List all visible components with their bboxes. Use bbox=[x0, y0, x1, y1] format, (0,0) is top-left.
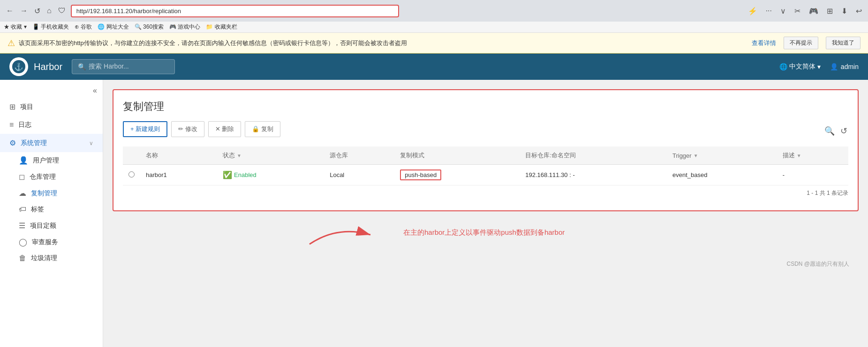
ok-button[interactable]: 我知道了 bbox=[826, 37, 860, 49]
row-status-cell: ✅ Enabled bbox=[217, 165, 324, 185]
search-table-button[interactable]: 🔍 bbox=[823, 125, 836, 137]
chevron-down-icon: ∨ bbox=[89, 140, 93, 147]
sidebar-item-garbage-cleanup[interactable]: 🗑 垃圾清理 bbox=[9, 250, 103, 266]
dismiss-button[interactable]: 不再提示 bbox=[784, 37, 818, 49]
bookmark-google[interactable]: ⊕ 谷歌 bbox=[75, 23, 92, 31]
nav-home-button[interactable]: ⌂ bbox=[45, 6, 54, 16]
sidebar-item-inner: ⚙ 系统管理 bbox=[9, 139, 47, 147]
sidebar-item-user-mgmt[interactable]: 👤 用户管理 bbox=[9, 152, 103, 169]
name-filter[interactable]: 名称 bbox=[146, 151, 158, 160]
app-header: Harbor 🔍 搜索 Harbor... 🌐 中文简体 ▾ 👤 admin bbox=[0, 54, 868, 80]
nav-refresh-button[interactable]: ↺ bbox=[32, 6, 43, 16]
nav-shield-button[interactable]: 🛡 bbox=[56, 6, 68, 16]
bookmark-mobile[interactable]: 📱 手机收藏夹 bbox=[32, 23, 69, 31]
search-bar[interactable]: 🔍 搜索 Harbor... bbox=[72, 59, 175, 74]
replication-icon: ☁ bbox=[19, 189, 26, 198]
harbor-logo bbox=[9, 57, 28, 76]
bookmark-360[interactable]: 🔍 360搜索 bbox=[135, 23, 164, 31]
bookmark-games[interactable]: 🎮 游戏中心 bbox=[169, 23, 200, 31]
trigger-filter[interactable]: Trigger ▼ bbox=[672, 152, 698, 159]
sidebar-item-label: 日志 bbox=[18, 121, 31, 129]
security-detail-link[interactable]: 查看详情 bbox=[752, 39, 776, 47]
user-mgmt-icon: 👤 bbox=[19, 156, 28, 165]
check-circle-icon: ✅ bbox=[223, 170, 232, 179]
projects-icon: ⊞ bbox=[9, 102, 15, 111]
user-menu[interactable]: 👤 admin bbox=[830, 63, 859, 70]
harbor-logo-inner bbox=[12, 60, 25, 73]
table-actions: 🔍 ↺ bbox=[823, 125, 848, 137]
language-label: 中文简体 bbox=[789, 62, 815, 71]
copy-button[interactable]: 🔒 复制 bbox=[245, 121, 280, 137]
nav-back-button[interactable]: ← bbox=[4, 6, 16, 16]
col-status: 状态 ▼ bbox=[217, 147, 324, 165]
address-bar[interactable] bbox=[71, 5, 399, 17]
sidebar-child-label: 仓库管理 bbox=[30, 173, 56, 181]
header-right: 🌐 中文简体 ▾ 👤 admin bbox=[779, 62, 859, 71]
browser-nav-buttons: ← → ↺ ⌂ 🛡 bbox=[4, 6, 68, 16]
edit-button[interactable]: ✏ 修改 bbox=[171, 121, 204, 137]
warning-icon: ⚠ bbox=[8, 38, 15, 48]
watermark: CSDN @愿追的只有别人 bbox=[113, 258, 859, 270]
audit-icon: ◯ bbox=[19, 238, 27, 247]
sidebar-item-audit-service[interactable]: ◯ 审查服务 bbox=[9, 234, 103, 250]
more-menu-button[interactable]: ··· bbox=[763, 6, 774, 16]
language-selector[interactable]: 🌐 中文简体 ▾ bbox=[779, 62, 821, 71]
sidebar-item-label: 系统管理 bbox=[21, 139, 47, 147]
nav-forward-button[interactable]: → bbox=[18, 6, 30, 16]
delete-button[interactable]: ✕ 删除 bbox=[208, 121, 242, 137]
description-filter[interactable]: 描述 ▼ bbox=[783, 151, 801, 160]
row-target-cell: 192.168.111.30 : - bbox=[520, 165, 667, 185]
table-header-row: + 新建规则 ✏ 修改 ✕ 删除 🔒 复制 🔍 ↺ bbox=[123, 121, 848, 145]
sidebar-item-warehouse-mgmt[interactable]: ◻ 仓库管理 bbox=[9, 169, 103, 185]
replication-table: 名称 状态 ▼ 源仓库 复制模式 bbox=[123, 147, 848, 185]
row-mode-cell: push-based bbox=[394, 165, 520, 185]
row-trigger-cell: event_based bbox=[667, 165, 777, 185]
bookmark-favorites[interactable]: ★ 收藏 ▾ bbox=[4, 23, 27, 31]
download-button[interactable]: ⬇ bbox=[839, 6, 850, 16]
annotation-arrow bbox=[300, 221, 375, 249]
warehouse-icon: ◻ bbox=[19, 172, 25, 181]
bookmark-folder[interactable]: 📁 收藏夹栏 bbox=[206, 23, 237, 31]
sidebar-child-label: 项目定额 bbox=[30, 222, 56, 230]
security-bar-text: 该页面采用不加密的http传输协议，与你建立的连接不安全，请勿在页面内输入任何敏… bbox=[19, 39, 748, 47]
filter-icon: ▼ bbox=[237, 153, 242, 158]
sidebar-item-projects[interactable]: ⊞ 项目 bbox=[0, 98, 103, 116]
push-based-badge: push-based bbox=[400, 170, 441, 180]
row-radio[interactable] bbox=[128, 171, 135, 177]
sidebar-item-system-admin[interactable]: ⚙ 系统管理 ∨ bbox=[0, 134, 103, 152]
col-mode: 复制模式 bbox=[394, 147, 520, 165]
col-target: 目标仓库:命名空间 bbox=[520, 147, 667, 165]
user-icon: 👤 bbox=[830, 63, 838, 70]
row-source-cell: Local bbox=[324, 165, 394, 185]
row-select-cell[interactable] bbox=[123, 165, 140, 185]
bookmarks-bar: ★ 收藏 ▾ 📱 手机收藏夹 ⊕ 谷歌 🌐 网址大全 🔍 360搜索 🎮 游戏中… bbox=[0, 22, 868, 33]
status-filter[interactable]: 状态 ▼ bbox=[223, 151, 242, 160]
sidebar-item-labels[interactable]: 🏷 标签 bbox=[9, 201, 103, 217]
apps-button[interactable]: ⊞ bbox=[824, 6, 835, 16]
sidebar-item-logs[interactable]: ≡ 日志 bbox=[0, 116, 103, 134]
sidebar-item-replication-mgmt[interactable]: ☁ 复制管理 bbox=[9, 185, 103, 201]
row-description-cell: - bbox=[777, 165, 848, 185]
browser-chrome: ← → ↺ ⌂ 🛡 ⚡ ··· ∨ ✂ 🎮 ⊞ ⬇ ↩ ★ 收藏 ▾ 📱 手机收… bbox=[0, 0, 868, 33]
refresh-table-button[interactable]: ↺ bbox=[839, 125, 848, 137]
lightning-icon[interactable]: ⚡ bbox=[746, 6, 760, 16]
new-rule-button[interactable]: + 新建规则 bbox=[123, 121, 167, 137]
table-row: harbor1 ✅ Enabled Local push-based 192.1… bbox=[123, 165, 848, 185]
app-title[interactable]: Harbor bbox=[34, 62, 62, 72]
undo-button[interactable]: ↩ bbox=[853, 6, 864, 16]
sidebar-child-label: 审查服务 bbox=[32, 238, 58, 247]
bookmark-nav[interactable]: 🌐 网址大全 bbox=[98, 23, 128, 31]
sidebar-child-label: 标签 bbox=[31, 205, 44, 214]
annotation-container: 在主的harbor上定义以事件驱动push数据到备harbor bbox=[113, 221, 859, 258]
cut-button[interactable]: ✂ bbox=[792, 6, 803, 16]
dropdown-button[interactable]: ∨ bbox=[778, 6, 788, 16]
extensions-button[interactable]: 🎮 bbox=[807, 6, 821, 16]
sidebar-collapse-button[interactable]: « bbox=[0, 84, 103, 98]
sidebar-item-project-quota[interactable]: ☰ 项目定额 bbox=[9, 217, 103, 234]
col-trigger: Trigger ▼ bbox=[667, 147, 777, 165]
col-name: 名称 bbox=[140, 147, 217, 165]
collapse-icon: « bbox=[93, 86, 97, 95]
quota-icon: ☰ bbox=[19, 221, 25, 230]
row-name-cell: harbor1 bbox=[140, 165, 217, 185]
status-badge: ✅ Enabled bbox=[223, 170, 318, 179]
